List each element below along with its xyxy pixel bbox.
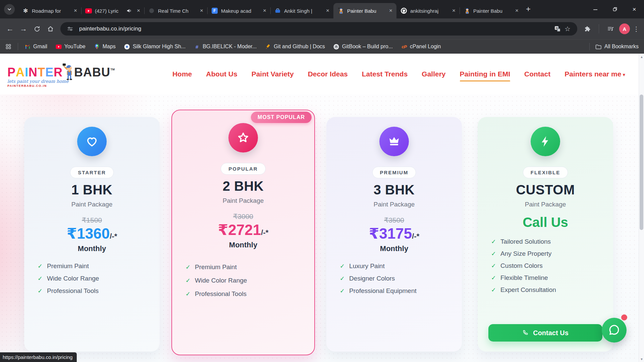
price-suffix: /-* bbox=[261, 228, 268, 237]
extensions-puzzle-icon[interactable] bbox=[581, 22, 594, 36]
nav-home[interactable]: Home bbox=[172, 70, 192, 78]
all-bookmarks-button[interactable]: All Bookmarks bbox=[591, 43, 639, 50]
tab-ankit-singh[interactable]: Ankit Singh | × bbox=[270, 3, 333, 18]
tab-roadmap[interactable]: ✻ Roadmap for × bbox=[18, 3, 81, 18]
maximize-button[interactable] bbox=[605, 0, 625, 18]
bookmark-gmail[interactable]: Gmail bbox=[24, 44, 47, 50]
star-icon bbox=[236, 131, 250, 145]
check-icon: ✓ bbox=[38, 275, 43, 282]
check-icon: ✓ bbox=[38, 287, 43, 295]
scroll-down-arrow[interactable]: ▾ bbox=[639, 356, 644, 362]
check-icon: ✓ bbox=[340, 287, 345, 295]
tab-github-profile[interactable]: ankitsinghraj × bbox=[396, 3, 460, 18]
nav-paint-variety[interactable]: Paint Variety bbox=[252, 70, 294, 78]
nav-decor-ideas[interactable]: Decor Ideas bbox=[308, 70, 348, 78]
close-icon[interactable]: × bbox=[262, 7, 268, 14]
feature-item: ✓Designer Colors bbox=[340, 275, 462, 282]
blue-f-icon: F bbox=[211, 7, 218, 14]
close-icon[interactable]: × bbox=[388, 7, 394, 14]
check-icon: ✓ bbox=[185, 263, 191, 271]
tab-label: ankitsinghraj bbox=[410, 8, 448, 14]
tab-real-time[interactable]: Real Time Ch × bbox=[144, 3, 207, 18]
feature-list: ✓Premium Paint ✓Wide Color Range ✓Profes… bbox=[172, 263, 314, 298]
address-bar[interactable]: painterbabu.co.in/pricing GA ☆ bbox=[60, 22, 577, 36]
painterbabu-icon bbox=[337, 7, 344, 14]
close-icon[interactable]: × bbox=[451, 7, 457, 14]
phone-icon bbox=[522, 329, 529, 336]
briefcase-icon bbox=[274, 7, 281, 14]
tab-painter-babu-2[interactable]: Painter Babu × bbox=[460, 3, 523, 18]
hash-icon: # bbox=[194, 44, 200, 50]
call-us-price: Call Us bbox=[523, 215, 568, 230]
browser-toolbar: ← → painterbabu.co.in/pricing GA ☆ A ⋮ bbox=[0, 18, 644, 39]
price-value: ₹2721 bbox=[218, 222, 261, 238]
painter-mascot bbox=[62, 63, 75, 82]
tab-search-button[interactable] bbox=[4, 4, 15, 15]
bookmark-bgibelick[interactable]: # BG.IBELICK - Moder... bbox=[194, 44, 257, 50]
feature-item: ✓Premium Paint bbox=[38, 262, 160, 270]
nav-about-us[interactable]: About Us bbox=[206, 70, 237, 78]
nav-latest-trends[interactable]: Latest Trends bbox=[362, 70, 408, 78]
tab-lyric-video[interactable]: (427) Lyric × bbox=[81, 3, 144, 18]
github-icon bbox=[400, 7, 407, 14]
maps-pin-icon bbox=[94, 44, 100, 50]
bookmark-cpanel[interactable]: cP cPanel Login bbox=[401, 44, 441, 50]
close-icon[interactable]: × bbox=[136, 7, 142, 14]
page-scrollbar[interactable]: ▴ ▾ bbox=[639, 54, 644, 362]
media-controls-icon[interactable] bbox=[604, 22, 617, 36]
profile-avatar[interactable]: A bbox=[619, 23, 630, 34]
nav-painters-near-me[interactable]: Painters near me▾ bbox=[565, 70, 625, 78]
bookmark-maps[interactable]: Maps bbox=[94, 44, 116, 50]
scrollbar-thumb[interactable] bbox=[640, 95, 643, 230]
bookmark-gitbook[interactable]: GitBook – Build pro... bbox=[333, 44, 393, 50]
nav-gallery[interactable]: Gallery bbox=[422, 70, 445, 78]
cpanel-icon: cP bbox=[401, 44, 407, 50]
tab-painter-babu-active[interactable]: Painter Babu × bbox=[333, 3, 396, 18]
check-icon: ✓ bbox=[185, 277, 191, 284]
nav-painting-in-emi[interactable]: Painting in EMI bbox=[460, 70, 511, 78]
bookmark-star-icon[interactable]: ☆ bbox=[562, 24, 573, 34]
plan-price: ₹1360/-* bbox=[67, 226, 117, 242]
nav-contact[interactable]: Contact bbox=[524, 70, 550, 78]
close-window-button[interactable]: × bbox=[625, 0, 644, 18]
apps-grid-icon[interactable] bbox=[5, 44, 11, 50]
minimize-button[interactable] bbox=[586, 0, 605, 18]
reload-button[interactable] bbox=[30, 22, 44, 36]
feature-label: Professional Tools bbox=[195, 290, 247, 298]
feature-item: ✓Premium Paint bbox=[185, 263, 314, 271]
logo-letter: I bbox=[25, 66, 29, 78]
new-tab-button[interactable]: + bbox=[526, 5, 531, 13]
bookmark-git-github-docs[interactable]: Git and Github | Docs bbox=[265, 44, 325, 50]
tab-label: Ankit Singh | bbox=[284, 8, 322, 14]
browser-menu-icon[interactable]: ⋮ bbox=[632, 25, 641, 33]
audio-speaker-icon[interactable] bbox=[126, 7, 132, 14]
translate-icon[interactable]: GA bbox=[552, 24, 562, 34]
close-icon[interactable]: × bbox=[325, 7, 331, 14]
site-logo[interactable]: P A I N T E R BABU TM lets paint your dr… bbox=[7, 61, 115, 87]
home-button[interactable] bbox=[44, 22, 57, 36]
bookmark-label: Gmail bbox=[33, 44, 47, 50]
chat-fab-button[interactable] bbox=[602, 318, 627, 343]
feature-item: ✓Wide Color Range bbox=[38, 275, 160, 282]
site-info-icon[interactable] bbox=[65, 24, 75, 34]
bookmark-label: cPanel Login bbox=[410, 44, 441, 50]
tab-makeup-academy[interactable]: F Makeup acad × bbox=[207, 3, 270, 18]
plan-subtitle: Paint Package bbox=[71, 201, 113, 208]
price-value: ₹3175 bbox=[369, 225, 412, 242]
back-button[interactable]: ← bbox=[3, 22, 17, 36]
toolbar-right-cluster: A ⋮ bbox=[581, 22, 641, 36]
forward-button[interactable]: → bbox=[17, 22, 30, 36]
feature-label: Tailored Solutions bbox=[500, 238, 551, 245]
close-icon[interactable]: × bbox=[199, 7, 205, 14]
feature-item: ✓Luxury Paint bbox=[340, 262, 462, 270]
scroll-up-arrow[interactable]: ▴ bbox=[639, 54, 644, 60]
contact-us-button[interactable]: Contact Us bbox=[488, 324, 602, 342]
folder-icon bbox=[595, 44, 601, 50]
close-icon[interactable]: × bbox=[514, 7, 520, 14]
check-icon: ✓ bbox=[491, 262, 496, 269]
feature-item: ✓Custom Colors bbox=[491, 262, 613, 269]
close-icon[interactable]: × bbox=[72, 7, 78, 14]
bookmark-youtube[interactable]: YouTube bbox=[56, 44, 86, 50]
bookmark-silk-glamor[interactable]: Silk Glamor High Sh... bbox=[124, 44, 185, 50]
bookmark-label: Maps bbox=[103, 44, 116, 50]
